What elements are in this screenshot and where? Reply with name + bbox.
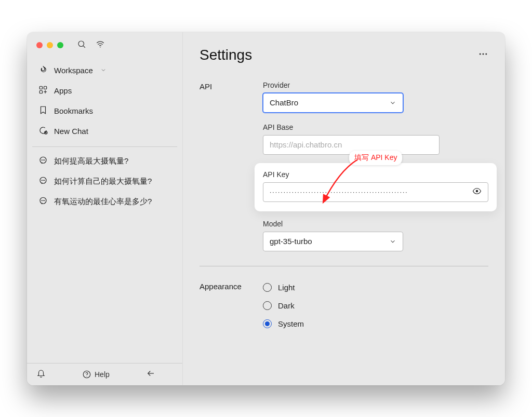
appearance-option-light[interactable]: Light	[263, 281, 488, 294]
svg-point-2	[100, 46, 101, 47]
field-api-key: API Key ································…	[255, 163, 497, 211]
titlebar	[27, 32, 182, 56]
api-key-masked: ········································…	[270, 189, 468, 196]
traffic-lights	[36, 42, 63, 48]
appearance-option-system[interactable]: System	[263, 317, 488, 330]
api-key-input[interactable]: ········································…	[263, 182, 488, 202]
model-select[interactable]: gpt-35-turbo	[263, 232, 403, 251]
bell-icon[interactable]	[36, 369, 46, 380]
more-icon[interactable]	[478, 49, 488, 61]
help-label: Help	[95, 370, 110, 379]
bookmark-icon	[38, 105, 48, 116]
sidebar-item-label: New Chat	[54, 127, 88, 136]
chevron-down-icon	[389, 99, 396, 106]
sidebar-item-label: Workspace	[54, 66, 93, 75]
svg-point-10	[44, 159, 45, 160]
field-model: Model gpt-35-turbo	[263, 220, 488, 251]
field-api-base: API Base https://api.chatbro.cn	[263, 123, 488, 155]
section-divider	[200, 266, 488, 266]
chat-list-item[interactable]: 如何计算自己的最大摄氧量?	[32, 171, 177, 192]
eye-icon[interactable]	[472, 186, 482, 198]
api-base-placeholder: https://api.chatbro.cn	[270, 140, 342, 149]
sidebar-item-apps[interactable]: Apps	[32, 80, 177, 101]
field-label: Provider	[263, 81, 488, 89]
minimize-window-button[interactable]	[47, 42, 53, 48]
help-button[interactable]: Help	[82, 370, 110, 379]
radio-label: Dark	[278, 301, 295, 310]
chat-list: 如何提高最大摄氧量? 如何计算自己的最大摄氧量? 有氧运动的最佳心率是多少?	[27, 151, 182, 212]
sidebar-footer: Help	[27, 363, 182, 385]
section-label: API	[200, 81, 248, 251]
section-appearance: Appearance Light Dark System	[200, 281, 488, 330]
callout-badge: 填写 API Key	[349, 151, 402, 165]
field-label: API Base	[263, 123, 488, 131]
close-window-button[interactable]	[36, 42, 43, 48]
svg-point-23	[483, 53, 484, 55]
chat-icon	[38, 176, 48, 187]
chat-icon	[38, 196, 48, 207]
back-icon[interactable]	[146, 369, 155, 380]
callout-text: 填写 API Key	[354, 153, 397, 162]
chevron-down-icon	[389, 238, 396, 245]
section-api: API Provider ChatBro API Base https://ap…	[200, 81, 488, 251]
svg-point-0	[78, 41, 84, 47]
svg-point-22	[480, 53, 481, 55]
radio-icon	[263, 301, 272, 310]
chat-title: 如何计算自己的最大摄氧量?	[54, 177, 152, 186]
radio-icon	[263, 283, 272, 292]
svg-point-18	[44, 200, 45, 200]
maximize-window-button[interactable]	[57, 42, 63, 48]
radio-label: Light	[278, 283, 295, 292]
chat-list-item[interactable]: 如何提高最大摄氧量?	[32, 151, 177, 171]
field-label: API Key	[263, 170, 488, 179]
app-window: Workspace Apps Bookmarks New Chat	[27, 32, 505, 385]
field-label: Model	[263, 220, 488, 228]
sidebar: Workspace Apps Bookmarks New Chat	[27, 32, 183, 385]
svg-point-16	[42, 200, 42, 200]
svg-point-24	[485, 53, 487, 55]
svg-point-13	[43, 180, 44, 180]
sidebar-item-label: Bookmarks	[54, 106, 93, 115]
search-icon[interactable]	[77, 39, 86, 51]
model-value: gpt-35-turbo	[270, 237, 312, 246]
new-chat-icon	[38, 126, 48, 137]
wifi-icon[interactable]	[96, 39, 105, 51]
sidebar-item-new-chat[interactable]: New Chat	[32, 121, 177, 141]
main-content: Settings API Provider ChatBro API Base	[183, 32, 505, 385]
page-title: Settings	[200, 47, 252, 63]
svg-point-14	[44, 180, 45, 180]
sidebar-item-bookmarks[interactable]: Bookmarks	[32, 101, 177, 121]
sidebar-nav: Workspace Apps Bookmarks New Chat	[27, 56, 182, 151]
chevron-down-icon	[100, 67, 107, 73]
svg-rect-3	[39, 86, 42, 89]
chat-list-item[interactable]: 有氧运动的最佳心率是多少?	[32, 192, 177, 212]
sidebar-divider	[32, 146, 177, 147]
svg-line-1	[83, 46, 85, 47]
appearance-option-dark[interactable]: Dark	[263, 299, 488, 312]
svg-point-8	[42, 159, 42, 160]
svg-point-9	[43, 159, 44, 160]
svg-point-12	[42, 180, 42, 180]
chat-title: 如何提高最大摄氧量?	[54, 156, 128, 166]
flame-icon	[38, 65, 48, 76]
sidebar-item-label: Apps	[54, 86, 72, 95]
svg-point-20	[86, 376, 87, 376]
apps-icon	[38, 85, 48, 96]
radio-icon	[263, 319, 272, 328]
svg-point-17	[43, 200, 44, 200]
provider-value: ChatBro	[270, 98, 298, 107]
svg-point-25	[476, 190, 478, 192]
svg-rect-4	[44, 86, 47, 89]
chat-icon	[38, 156, 48, 167]
svg-rect-5	[39, 90, 42, 93]
chat-title: 有氧运动的最佳心率是多少?	[54, 197, 152, 207]
section-label: Appearance	[200, 281, 248, 330]
field-provider: Provider ChatBro	[263, 81, 488, 113]
provider-select[interactable]: ChatBro	[263, 93, 403, 113]
radio-label: System	[278, 319, 304, 328]
sidebar-item-workspace[interactable]: Workspace	[32, 60, 177, 80]
